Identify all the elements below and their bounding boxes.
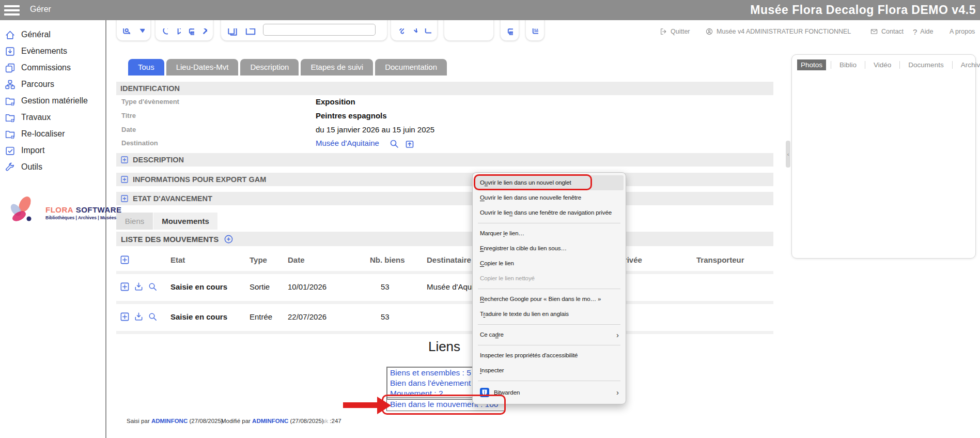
menu-item-bitwarden[interactable]: Bitwarden › — [473, 384, 626, 401]
play-icon[interactable] — [175, 28, 181, 36]
cell-nb-biens: 53 — [370, 282, 427, 291]
menu-item-translate-link[interactable]: Traduire le texte du lien en anglais — [473, 307, 626, 322]
menu-item-bookmark-link[interactable]: Marquer le lien… — [473, 226, 626, 241]
sidebar-item-commissions[interactable]: Commissions — [0, 60, 103, 75]
close-icon[interactable] — [201, 28, 208, 36]
flora-software-logo: FLORA SOFTWARE Bibliothèques | Archives … — [5, 194, 103, 229]
sidebar-item-travaux[interactable]: Travaux — [0, 110, 103, 125]
paperclip-icon[interactable] — [397, 28, 404, 36]
media-tab-documents[interactable]: Documents — [905, 59, 947, 70]
toolbar-search-input[interactable] — [263, 24, 376, 36]
exit-icon — [659, 27, 667, 36]
modifie-user-link[interactable]: ADMINFONC — [252, 418, 288, 424]
sidebar-item-import[interactable]: Import — [0, 143, 103, 158]
section-etat-avancement-title: ETAT D'AVANCEMENT — [133, 194, 212, 203]
subtab-biens[interactable]: Biens — [116, 213, 153, 230]
destination-link[interactable]: Musée d'Aquitaine — [316, 139, 379, 147]
section-etat-avancement[interactable]: ETAT D'AVANCEMENT — [116, 192, 773, 205]
expand-plus-icon[interactable] — [120, 312, 130, 322]
expand-plus-icon[interactable] — [120, 194, 129, 203]
identification-header: IDENTIFICATION — [116, 82, 773, 95]
field-value-titre: Peintres espagnols — [316, 111, 387, 120]
tab-description[interactable]: Description — [240, 59, 299, 75]
page-copy-icon[interactable] — [227, 28, 238, 36]
expand-plus-icon[interactable] — [120, 156, 129, 164]
folder-globe-icon — [5, 112, 15, 123]
tab-etapes-de-suivi[interactable]: Etapes de suivi — [301, 59, 373, 75]
media-panel-tabs: Photos Biblio Vidéo Documents Archives — [797, 59, 980, 70]
view-magnifier-icon[interactable] — [148, 282, 158, 292]
download-icon[interactable] — [134, 282, 144, 292]
event-box-icon — [5, 46, 15, 57]
refresh-icon[interactable] — [161, 28, 168, 36]
uk-label: uk — [322, 418, 328, 424]
user-account[interactable]: Musée v4 ADMINISTRATEUR FONCTIONNEL — [705, 26, 851, 37]
magnifier-icon[interactable] — [389, 139, 399, 149]
media-tab-archives[interactable]: Archives — [957, 59, 980, 70]
tab-documentation[interactable]: Documentation — [375, 59, 447, 75]
col-transporteur: Transporteur — [696, 255, 773, 264]
saisi-user-link[interactable]: ADMINFONC — [151, 418, 188, 424]
menu-item-this-frame[interactable]: Ce cadre› — [473, 327, 626, 342]
menu-item-open-new-window[interactable]: Ouvrir le lien dans une nouvelle fenêtre — [473, 190, 626, 205]
menu-item-google-search[interactable]: Recherche Google pour « Bien dans le mo…… — [473, 292, 626, 307]
keypad-icon[interactable] — [532, 28, 538, 36]
sidebar-item-general[interactable]: Général — [0, 27, 103, 42]
sidebar-item-evenements[interactable]: Evènements — [0, 43, 103, 59]
menu-item-save-link-as[interactable]: Enregistrer la cible du lien sous… — [473, 241, 626, 256]
menu-separator — [478, 289, 620, 289]
media-panel: Photos Biblio Vidéo Documents Archives — [791, 54, 976, 259]
subtab-mouvements[interactable]: Mouvements — [153, 213, 217, 230]
printer-icon[interactable] — [188, 28, 194, 36]
field-label-titre: Titre — [121, 112, 136, 119]
media-tab-video[interactable]: Vidéo — [870, 59, 895, 70]
view-magnifier-icon[interactable] — [148, 312, 158, 322]
link-bien-dans-evenement[interactable]: Bien dans l'évènement — [390, 379, 471, 388]
saisi-label: Saisi par — [127, 418, 150, 424]
menu-item-inspect[interactable]: Inspecter — [473, 363, 626, 378]
add-movement-icon[interactable] — [224, 234, 234, 244]
tab-lieu-dates-mvt[interactable]: Lieu-Dates-Mvt — [166, 59, 239, 75]
menu-item-open-new-tab[interactable]: Ouvrir le lien dans un nouvel onglet — [475, 175, 624, 190]
quit-link[interactable]: Quitter — [659, 26, 690, 37]
tab-tous[interactable]: Tous — [128, 59, 164, 75]
hamburger-menu-icon[interactable] — [4, 5, 20, 18]
expand-all-plus-icon[interactable] — [120, 255, 130, 265]
menu-separator — [478, 324, 620, 325]
panel-collapse-handle[interactable]: ‹ — [786, 141, 790, 168]
media-tab-biblio[interactable]: Biblio — [836, 59, 860, 70]
user-icon — [705, 27, 713, 36]
download-icon[interactable] — [134, 312, 144, 322]
menu-item-open-private-window[interactable]: Ouvrir le lien dans une fenêtre de navig… — [473, 205, 626, 220]
menu-item-copy-link[interactable]: Copier le lien — [473, 256, 626, 271]
card-plus-icon[interactable] — [424, 28, 431, 36]
open-record-icon[interactable] — [405, 139, 415, 149]
about-label: A propos — [950, 28, 975, 35]
media-tab-photos[interactable]: Photos — [797, 59, 826, 70]
expand-plus-icon[interactable] — [120, 175, 129, 184]
section-description[interactable]: DESCRIPTION — [116, 153, 773, 167]
caret-down-icon[interactable] — [137, 28, 145, 36]
folder-icon[interactable] — [245, 28, 256, 36]
arrow-down-icon[interactable] — [411, 28, 418, 36]
image-search-icon[interactable] — [122, 28, 130, 36]
question-icon: ? — [913, 27, 917, 36]
section-export-gam[interactable]: INFORMATIONS POUR EXPORT GAM — [116, 173, 773, 186]
menu-item-inspect-accessibility[interactable]: Inspecter les propriétés d'accessibilité — [473, 348, 626, 363]
sidebar-item-gestion-materielle[interactable]: Gestion matérielle — [0, 93, 103, 109]
sidebar-item-relocaliser[interactable]: Re-localiser — [0, 126, 103, 142]
sidebar-item-parcours[interactable]: Parcours — [0, 77, 103, 92]
col-nb-biens: Nb. biens — [370, 255, 427, 264]
section-description-title: DESCRIPTION — [133, 156, 184, 164]
link-biens-et-ensembles[interactable]: Biens et ensembles : 5 — [390, 368, 471, 377]
home-icon — [5, 29, 15, 40]
bitwarden-icon — [480, 388, 489, 397]
printer-icon[interactable] — [506, 28, 513, 36]
help-link[interactable]: ? Aide — [913, 26, 933, 37]
contact-link[interactable]: Contact — [870, 26, 904, 37]
movements-table-header: Etat Type Date Nb. biens Destinataire Da… — [116, 250, 773, 269]
sidebar-item-outils[interactable]: Outils — [0, 159, 103, 175]
modifie-par-status: Modifié par ADMINFONC (27/08/2025) — [221, 418, 324, 424]
expand-plus-icon[interactable] — [120, 282, 130, 292]
about-link[interactable]: A propos — [950, 26, 975, 37]
